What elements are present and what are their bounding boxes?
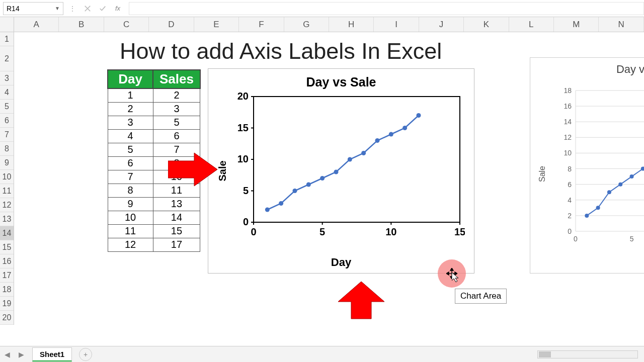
table-cell[interactable]: 15: [153, 224, 200, 238]
column-header[interactable]: B: [59, 17, 104, 32]
confirm-icon[interactable]: [97, 3, 109, 15]
svg-text:6: 6: [568, 180, 572, 189]
row-header[interactable]: 18: [0, 283, 14, 297]
chevron-down-icon[interactable]: ▼: [55, 6, 60, 11]
row-header[interactable]: 12: [0, 198, 14, 212]
cells-canvas[interactable]: How to add Axis Labels In Excel DaySales…: [14, 32, 644, 337]
table-cell[interactable]: 3: [153, 102, 200, 116]
horizontal-scroll: [92, 350, 644, 358]
chart-main[interactable]: Day vs Sale Sale Day 05101520051015: [208, 68, 474, 274]
name-box[interactable]: R14 ▼: [3, 2, 63, 15]
column-header[interactable]: H: [329, 17, 374, 32]
svg-point-58: [630, 174, 634, 178]
table-row: 12: [108, 88, 200, 102]
table-cell[interactable]: 2: [153, 88, 200, 102]
select-all-corner[interactable]: [0, 17, 14, 32]
row-header[interactable]: 9: [0, 156, 14, 170]
column-header[interactable]: I: [374, 17, 419, 32]
chart-plot: 05101520051015: [228, 92, 465, 247]
table-header: Sales: [153, 70, 200, 88]
svg-point-23: [320, 176, 325, 180]
column-header[interactable]: C: [104, 17, 149, 32]
column-header[interactable]: N: [599, 17, 643, 32]
table-cell[interactable]: 2: [108, 102, 153, 116]
row-header[interactable]: 8: [0, 142, 14, 156]
fb-sep: ⋮: [66, 3, 78, 15]
row-header[interactable]: 14: [0, 226, 14, 240]
svg-text:0: 0: [568, 227, 572, 235]
table-cell[interactable]: 9: [108, 197, 153, 211]
y-axis-label: Sale: [217, 160, 228, 181]
row-header[interactable]: 4: [0, 85, 14, 100]
column-header[interactable]: E: [194, 17, 239, 32]
hscroll-thumb[interactable]: [539, 351, 551, 357]
table-cell[interactable]: 17: [153, 238, 200, 251]
row-header[interactable]: 1: [0, 32, 14, 46]
svg-point-21: [293, 189, 297, 193]
sheet-tab[interactable]: Sheet1: [32, 347, 72, 361]
row-header[interactable]: 19: [0, 297, 14, 311]
table-cell[interactable]: 11: [108, 224, 153, 238]
chart-title: Day vs Sale: [208, 75, 474, 89]
table-cell[interactable]: 8: [108, 184, 153, 197]
chart2-title: Day v: [530, 63, 644, 76]
table-header: Day: [108, 70, 153, 88]
column-header[interactable]: J: [419, 17, 464, 32]
column-header[interactable]: G: [284, 17, 329, 32]
tooltip: Chart Area: [455, 289, 507, 304]
row-header[interactable]: 2: [0, 46, 14, 71]
column-headers: ABCDEFGHIJKLMN: [14, 17, 644, 32]
nav-next-icon[interactable]: ▶: [14, 347, 28, 361]
svg-text:0: 0: [251, 226, 256, 237]
column-header[interactable]: M: [554, 17, 599, 32]
row-header[interactable]: 3: [0, 71, 14, 85]
svg-point-19: [265, 208, 270, 212]
row-header[interactable]: 7: [0, 128, 14, 142]
table-cell[interactable]: 6: [108, 156, 153, 170]
sheet-tabs-bar: ◀ ▶ Sheet1 +: [0, 346, 644, 362]
cancel-icon[interactable]: [82, 3, 94, 15]
formula-input[interactable]: [129, 2, 644, 15]
column-header[interactable]: D: [149, 17, 194, 32]
table-cell[interactable]: 7: [108, 170, 153, 184]
svg-point-27: [375, 138, 380, 143]
row-header[interactable]: 17: [0, 268, 14, 283]
arrow-up-icon: [336, 281, 386, 321]
table-cell[interactable]: 3: [108, 116, 153, 129]
table-cell[interactable]: 4: [108, 129, 153, 143]
table-cell[interactable]: 1: [108, 88, 153, 102]
table-cell[interactable]: 14: [153, 211, 200, 224]
row-header[interactable]: 16: [0, 254, 14, 268]
nav-prev-icon[interactable]: ◀: [0, 347, 14, 361]
row-header[interactable]: 10: [0, 170, 14, 184]
row-header[interactable]: 11: [0, 184, 14, 198]
row-header[interactable]: 5: [0, 100, 14, 114]
svg-marker-66: [168, 153, 217, 186]
pointer-icon: [452, 273, 460, 283]
column-header[interactable]: F: [239, 17, 284, 32]
row-header[interactable]: 20: [0, 311, 14, 325]
column-header[interactable]: A: [14, 17, 59, 32]
svg-text:16: 16: [564, 102, 572, 110]
column-header[interactable]: K: [464, 17, 509, 32]
svg-text:18: 18: [564, 86, 572, 95]
arrow-right-icon: [168, 152, 218, 187]
table-cell[interactable]: 5: [153, 116, 200, 129]
column-header[interactable]: L: [509, 17, 554, 32]
svg-point-24: [334, 170, 339, 174]
table-cell[interactable]: 13: [153, 197, 200, 211]
hscroll-track[interactable]: [537, 350, 638, 358]
table-cell[interactable]: 12: [108, 238, 153, 251]
chart-secondary[interactable]: Day v Sale 02468101214161805: [530, 57, 644, 274]
table-cell[interactable]: 6: [153, 129, 200, 143]
svg-text:0: 0: [243, 216, 249, 227]
row-header[interactable]: 15: [0, 240, 14, 254]
svg-point-26: [361, 151, 366, 155]
table-cell[interactable]: 10: [108, 211, 153, 224]
table-cell[interactable]: 5: [108, 143, 153, 156]
fx-icon[interactable]: fx: [112, 3, 124, 15]
row-header[interactable]: 6: [0, 114, 14, 128]
svg-text:20: 20: [237, 92, 249, 102]
row-header[interactable]: 13: [0, 212, 14, 226]
add-sheet-button[interactable]: +: [79, 348, 92, 361]
